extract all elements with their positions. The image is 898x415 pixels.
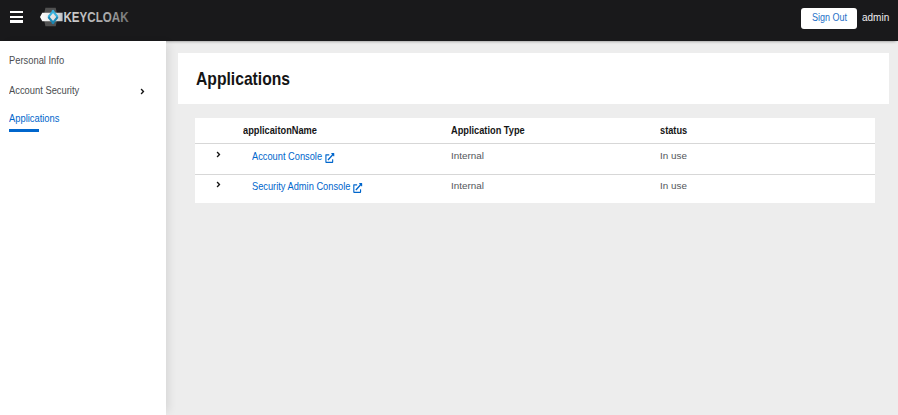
svg-text:KEYCLOAK: KEYCLOAK <box>64 9 129 25</box>
